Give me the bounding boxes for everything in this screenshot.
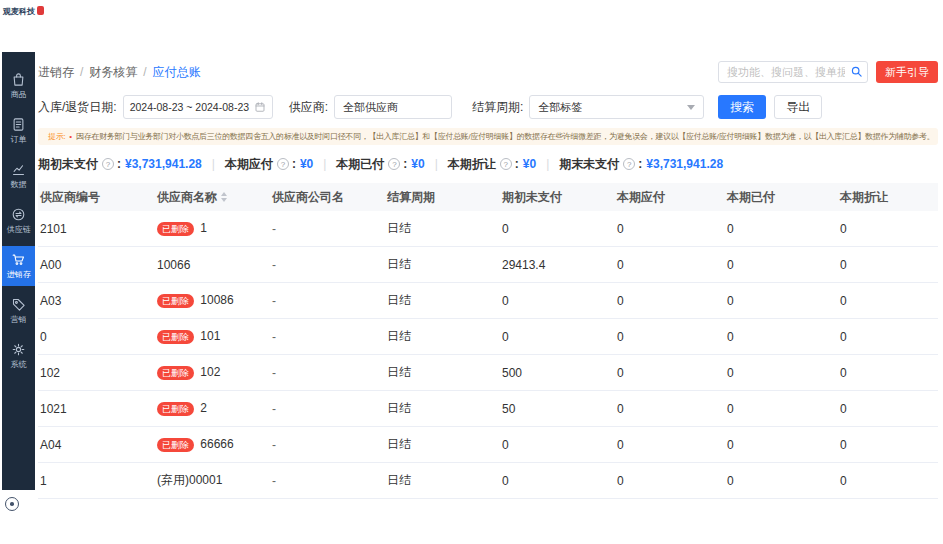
cell-supplier-code: 1021 (38, 402, 155, 416)
summary-value: ¥0 (300, 157, 313, 171)
table-row[interactable]: A03 已删除 10086 - 日结 0 0 0 0 (38, 283, 938, 319)
info-icon[interactable] (500, 158, 512, 170)
info-icon[interactable] (623, 158, 635, 170)
sidebar-item-label: 数据 (10, 179, 26, 190)
sidebar-item-system[interactable]: 系统 (2, 336, 35, 376)
search-icon[interactable] (850, 65, 863, 78)
hint-bar: 提示: • 因存在财务部门与业务部门对小数点后三位的数据四舍五入的标准以及时间口… (38, 128, 938, 145)
cell-period-payable: 0 (615, 258, 725, 272)
cell-period-discount: 0 (838, 294, 938, 308)
supplier-name-text: 1 (200, 221, 207, 235)
sidebar-item-label: 营销 (10, 314, 26, 325)
sidebar-item-orders[interactable]: 订单 (2, 111, 35, 151)
cell-initial-unpaid: 0 (500, 330, 615, 344)
chevron-down-icon (687, 105, 695, 110)
table-row[interactable]: 0 已删除 101 - 日结 0 0 0 0 (38, 319, 938, 355)
summary-item: 期初未支付 : ¥3,731,941.28 | (38, 156, 225, 173)
info-icon[interactable] (102, 158, 114, 170)
global-search[interactable] (718, 61, 868, 83)
table-row[interactable]: A00 10066 - 日结 29413.4 0 0 0 (38, 247, 938, 283)
cell-initial-unpaid: 0 (500, 474, 615, 488)
supply-chain-icon (11, 207, 26, 222)
cell-period-paid: 0 (725, 474, 838, 488)
export-button[interactable]: 导出 (774, 95, 822, 119)
table-row[interactable]: 1 (弃用)00001 - 日结 0 0 0 0 (38, 463, 938, 499)
breadcrumb-item: 应付总账 (153, 64, 201, 81)
cell-period-paid: 0 (725, 294, 838, 308)
table-header: 供应商编号供应商名称供应商公司名结算周期期初未支付本期应付本期已付本期折让 (38, 183, 938, 211)
summary-item: 本期折让 : ¥0 | (448, 156, 559, 173)
supplier-label: 供应商: (289, 99, 328, 116)
summary-value: ¥3,731,941.28 (646, 157, 723, 171)
cell-period-discount: 0 (838, 402, 938, 416)
table-row[interactable]: 2101 已删除 1 - 日结 0 0 0 0 (38, 211, 938, 247)
search-input[interactable] (718, 61, 868, 83)
cell-settle-cycle: 日结 (385, 364, 500, 381)
search-button[interactable]: 搜索 (718, 95, 766, 119)
summary-value: ¥0 (411, 157, 424, 171)
sidebar-item-inventory[interactable]: 进销存 (2, 246, 35, 286)
date-range-input[interactable]: 2024-08-23 ~ 2024-08-23 (123, 95, 273, 119)
cell-settle-cycle: 日结 (385, 436, 500, 453)
cell-initial-unpaid: 50 (500, 402, 615, 416)
table-row[interactable]: A04 已删除 66666 - 日结 0 0 0 0 (38, 427, 938, 463)
cell-period-discount: 0 (838, 366, 938, 380)
supplier-input[interactable] (334, 95, 452, 119)
guide-button[interactable]: 新手引导 (876, 61, 938, 83)
info-icon[interactable] (277, 158, 289, 170)
cell-period-payable: 0 (615, 366, 725, 380)
system-icon (11, 342, 26, 357)
sidebar: 商品 订单 数据 供应链 进销存 营销 系统 (2, 52, 35, 490)
column-header-label: 供应商名称 (157, 189, 217, 206)
summary-item: 本期应付 : ¥0 | (225, 156, 336, 173)
supplier-name-text: 101 (200, 329, 220, 343)
info-icon[interactable] (388, 158, 400, 170)
breadcrumb-item[interactable]: 进销存 (38, 64, 74, 81)
cell-supplier-name: (弃用)00001 (155, 472, 270, 489)
breadcrumb-separator: / (143, 65, 146, 79)
sidebar-item-data[interactable]: 数据 (2, 156, 35, 196)
cell-period-payable: 0 (615, 402, 725, 416)
cell-period-discount: 0 (838, 474, 938, 488)
cell-initial-unpaid: 0 (500, 438, 615, 452)
cycle-select-value: 全部标签 (538, 100, 582, 115)
sidebar-item-label: 进销存 (6, 269, 30, 280)
cycle-select[interactable]: 全部标签 (529, 95, 704, 119)
summary-item: 期末未支付 : ¥3,731,941.28 (559, 156, 723, 173)
float-widget-icon[interactable] (5, 497, 19, 511)
sidebar-item-label: 供应链 (6, 224, 30, 235)
cycle-label: 结算周期: (472, 99, 523, 116)
orders-icon (11, 117, 26, 132)
sidebar-item-products[interactable]: 商品 (2, 66, 35, 106)
summary-label: 期末未支付 (559, 156, 619, 173)
cell-period-discount: 0 (838, 258, 938, 272)
table-row[interactable]: 1021 已删除 2 - 日结 50 0 0 0 (38, 391, 938, 427)
summary-separator: | (323, 157, 326, 171)
column-header-label: 期初未支付 (502, 189, 562, 206)
cell-initial-unpaid: 0 (500, 294, 615, 308)
sort-icon[interactable] (221, 192, 227, 202)
cell-settle-cycle: 日结 (385, 292, 500, 309)
sidebar-item-supply-chain[interactable]: 供应链 (2, 201, 35, 241)
hint-bullet-icon: • (69, 132, 72, 141)
cell-period-paid: 0 (725, 438, 838, 452)
summary-label: 本期应付 (225, 156, 273, 173)
cell-supplier-code: 2101 (38, 222, 155, 236)
column-header-2: 供应商名称 (155, 189, 270, 206)
cell-period-discount: 0 (838, 222, 938, 236)
column-header-label: 结算周期 (387, 189, 435, 206)
breadcrumb-item[interactable]: 财务核算 (89, 64, 137, 81)
column-header-label: 本期折让 (840, 189, 888, 206)
cell-supplier-name: 已删除 101 (155, 329, 270, 345)
deleted-badge: 已删除 (157, 402, 194, 416)
column-header-label: 供应商公司名 (272, 189, 344, 206)
date-range-value: 2024-08-23 ~ 2024-08-23 (130, 101, 249, 113)
supplier-name-text: 10086 (200, 293, 233, 307)
sidebar-item-marketing[interactable]: 营销 (2, 291, 35, 331)
cell-period-payable: 0 (615, 438, 725, 452)
table-row[interactable]: 102 已删除 102 - 日结 500 0 0 0 (38, 355, 938, 391)
supplier-name-text: 2 (200, 401, 207, 415)
cell-supplier-code: 1 (38, 474, 155, 488)
column-header-4: 结算周期 (385, 189, 500, 206)
date-label: 入库/退货日期: (38, 99, 117, 116)
